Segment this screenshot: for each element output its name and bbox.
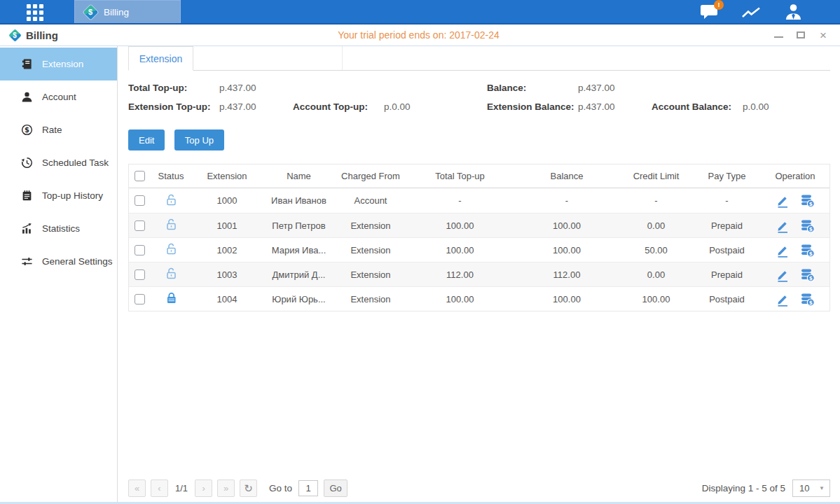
sidebar-item-label: Statistics (42, 223, 80, 234)
status-unlocked-icon (165, 242, 178, 258)
prev-page-button[interactable]: ‹ (151, 479, 168, 497)
cell-pay-type: Prepaid (693, 262, 761, 286)
cell-extension: 1002 (192, 238, 262, 262)
header-credit-limit: Credit Limit (619, 164, 693, 188)
sidebar-item-scheduled-task[interactable]: Scheduled Task (0, 146, 117, 179)
last-page-button[interactable]: » (217, 479, 235, 497)
edit-row-icon[interactable] (776, 243, 790, 258)
sliders-icon (20, 255, 33, 268)
sidebar-item-label: Account (42, 92, 76, 102)
table-header-row: Status Extension Name Charged From Total… (129, 164, 829, 188)
header-operation: Operation (761, 164, 829, 188)
edit-row-icon[interactable] (776, 193, 790, 208)
cell-balance: 100.00 (514, 214, 619, 237)
next-page-button[interactable]: › (195, 479, 212, 497)
sidebar-item-label: Top-up History (42, 190, 103, 201)
chevron-down-icon: ▼ (819, 485, 829, 491)
row-checkbox[interactable] (135, 220, 145, 231)
table-row: 1004 Юрий Юрь... Extension 100.00 100.00… (129, 286, 829, 311)
cell-charged-from: Account (336, 188, 406, 213)
notifications-icon[interactable]: ! (698, 3, 719, 21)
table-row: 1001 Петр Петров Extension 100.00 100.00… (129, 213, 829, 237)
topbar-tab-billing[interactable]: $ Billing (74, 0, 181, 23)
cell-total-topup: 100.00 (406, 214, 514, 237)
top-up-row-icon[interactable]: $ (800, 193, 815, 208)
bar-chart-icon (20, 223, 33, 235)
summary-row-2: Extension Top-up: p.437.00 Account Top-u… (128, 102, 830, 112)
displaying-text: Displaying 1 - 5 of 5 (702, 483, 785, 493)
row-checkbox[interactable] (135, 294, 145, 304)
close-button[interactable]: × (818, 29, 829, 41)
balance-label: Balance: (487, 83, 578, 93)
status-unlocked-icon (165, 267, 178, 282)
svg-text:$: $ (809, 274, 813, 281)
status-locked-icon (165, 291, 178, 307)
cell-extension: 1000 (192, 188, 262, 213)
app-launcher-button[interactable] (25, 3, 45, 22)
sidebar-item-rate[interactable]: $ Rate (0, 113, 117, 146)
sidebar-item-label: Extension (42, 59, 83, 69)
page-size-value: 10 (793, 483, 809, 493)
extension-balance-label: Extension Balance: (487, 102, 578, 112)
edit-button[interactable]: Edit (128, 130, 165, 150)
row-checkbox[interactable] (135, 245, 145, 255)
select-all-checkbox[interactable] (135, 171, 145, 181)
top-up-row-icon[interactable]: $ (800, 292, 815, 307)
cell-total-topup: 100.00 (406, 287, 514, 311)
account-balance-label: Account Balance: (652, 102, 743, 112)
top-up-button[interactable]: Top Up (174, 130, 224, 150)
page-size-select[interactable]: 10 ▼ (792, 479, 830, 497)
cell-pay-type: Postpaid (693, 287, 761, 311)
sidebar-item-account[interactable]: Account (0, 80, 117, 113)
edit-row-icon[interactable] (776, 267, 790, 282)
balance-summary: Total Top-up: p.437.00 Balance: p.437.00… (128, 71, 830, 120)
user-account-icon[interactable] (783, 3, 804, 21)
tab-bar-spacer (193, 46, 343, 70)
cell-credit-limit: 50.00 (619, 238, 693, 262)
total-topup-label: Total Top-up: (128, 83, 219, 93)
top-up-row-icon[interactable]: $ (800, 218, 815, 233)
cell-balance: 100.00 (514, 287, 619, 311)
extension-table: Status Extension Name Charged From Total… (128, 164, 830, 312)
goto-page-input[interactable] (298, 480, 318, 496)
refresh-button[interactable]: ↻ (240, 479, 257, 497)
history-clock-icon (20, 157, 33, 169)
tab-extension[interactable]: Extension (128, 46, 193, 71)
person-icon (20, 91, 33, 104)
edit-row-icon[interactable] (776, 292, 790, 307)
sidebar-item-statistics[interactable]: Statistics (0, 212, 117, 245)
cell-pay-type: - (693, 188, 761, 213)
cell-charged-from: Extension (336, 214, 406, 237)
extension-topup-value: p.437.00 (219, 102, 293, 112)
top-up-row-icon[interactable]: $ (800, 267, 815, 282)
top-up-row-icon[interactable]: $ (800, 243, 815, 258)
cell-total-topup: 112.00 (406, 262, 514, 286)
first-page-button[interactable]: « (128, 479, 146, 497)
cell-name: Юрий Юрь... (262, 287, 336, 311)
status-unlocked-icon (165, 218, 178, 233)
cell-charged-from: Extension (336, 262, 406, 286)
resource-monitor-icon[interactable] (741, 3, 762, 21)
table-row: 1003 Дмитрий Д... Extension 112.00 112.0… (129, 262, 829, 286)
account-topup-label: Account Top-up: (293, 102, 384, 112)
cell-charged-from: Extension (336, 287, 406, 311)
main-content: Extension Total Top-up: p.437.00 Balance… (118, 46, 840, 502)
sidebar-item-extension[interactable]: Extension (0, 48, 117, 80)
row-checkbox[interactable] (135, 270, 145, 280)
toolbar: Edit Top Up (128, 130, 830, 150)
cell-pay-type: Prepaid (693, 214, 761, 237)
go-button[interactable]: Go (324, 479, 347, 497)
status-unlocked-icon (165, 193, 178, 209)
trial-notice: Your trial period ends on: 2017-02-24 (261, 29, 577, 41)
maximize-button[interactable] (795, 29, 806, 41)
table-row: 1000 Иван Иванов Account - - - - $ (129, 188, 829, 213)
sidebar-item-general-settings[interactable]: General Settings (0, 245, 117, 278)
cell-name: Иван Иванов (262, 188, 336, 213)
edit-row-icon[interactable] (776, 218, 790, 233)
sidebar-item-topup-history[interactable]: Top-up History (0, 179, 117, 212)
row-checkbox[interactable] (135, 195, 145, 206)
minimize-button[interactable] (773, 29, 784, 41)
page-indicator: 1/1 (175, 483, 188, 493)
cell-total-topup: 100.00 (406, 238, 514, 262)
cell-balance: 112.00 (514, 262, 619, 286)
